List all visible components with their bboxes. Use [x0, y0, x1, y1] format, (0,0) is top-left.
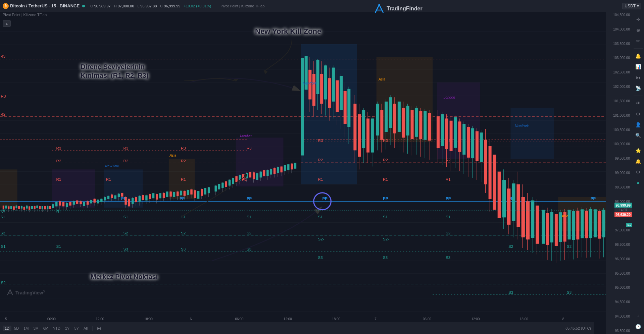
svg-rect-376 — [498, 172, 501, 218]
live-dot — [82, 5, 85, 7]
xaxis-label-1800-1: 18:00 — [144, 317, 153, 321]
pair-logo: ₿ Bitcoin / TetherUS · 15 · BINANCE — [3, 3, 85, 9]
gear-btn[interactable]: ⚙ — [634, 167, 643, 177]
xaxis-label-1800-2: 18:00 — [332, 317, 340, 321]
xaxis-label-5: 5 — [5, 317, 7, 321]
xaxis-label-1200-1: 12:00 — [96, 317, 104, 321]
annotation-resistance: Direnç Seviyelerinin Kırılması (R1, R2, … — [81, 62, 148, 80]
svg-rect-178 — [107, 196, 109, 199]
svg-rect-140 — [44, 206, 46, 209]
svg-rect-170 — [93, 199, 95, 203]
svg-rect-396 — [546, 213, 549, 245]
draw-btn[interactable]: ✏ — [634, 36, 643, 46]
chart-canvas[interactable]: PP PP PP PP PP PP PP PP R1 R1 R1 R1 R1 R… — [0, 19, 606, 316]
tf-5y[interactable]: 5Y — [72, 326, 81, 331]
svg-rect-334 — [402, 108, 405, 138]
svg-rect-222 — [184, 191, 186, 196]
tf-5d[interactable]: 5D — [12, 326, 21, 331]
svg-rect-408 — [572, 211, 575, 240]
user-btn[interactable]: 👤 — [634, 120, 643, 129]
svg-text:Asia: Asia — [378, 77, 385, 81]
svg-text:R3: R3 — [181, 146, 186, 150]
price-98500: 98,500.00 — [606, 186, 632, 189]
svg-text:S2-: S2- — [383, 237, 389, 241]
replay-toolbar-btn[interactable]: ⏮ — [634, 73, 643, 82]
tf-1m[interactable]: 1M — [21, 326, 31, 331]
svg-text:NewYork: NewYork — [303, 81, 317, 85]
indicator-btn[interactable]: 📊 — [634, 62, 643, 71]
tv-logo-text: TradingView3 — [15, 290, 45, 295]
svg-rect-300 — [328, 78, 331, 108]
star-btn[interactable]: ⭐ — [634, 146, 643, 155]
price-99000: 99,000.00 — [606, 171, 632, 175]
svg-rect-352 — [445, 118, 448, 149]
tf-6m[interactable]: 6M — [41, 326, 50, 331]
svg-rect-302 — [332, 68, 335, 102]
svg-rect-244 — [225, 181, 227, 187]
svg-text:R2: R2 — [56, 159, 61, 163]
svg-rect-188 — [125, 197, 127, 205]
svg-rect-146 — [52, 204, 54, 208]
tf-3m[interactable]: 3M — [31, 326, 40, 331]
svg-text:S3: S3 — [567, 290, 572, 294]
open-label: O 96,989.97 — [90, 4, 111, 8]
svg-rect-180 — [111, 194, 113, 198]
svg-rect-210 — [163, 193, 165, 198]
alert-btn[interactable]: 🔔 — [634, 51, 643, 61]
svg-rect-214 — [169, 191, 171, 197]
svg-rect-236 — [208, 187, 210, 193]
eye-btn[interactable]: 👁 — [634, 99, 643, 108]
plus-btn[interactable]: + — [634, 311, 643, 321]
settings-btn[interactable]: ⚙ — [634, 109, 643, 119]
chart-area[interactable]: Pivot Point | Killzone TFlab ▲ — [0, 12, 606, 334]
svg-rect-380 — [507, 188, 510, 225]
svg-rect-382 — [512, 183, 515, 221]
svg-rect-25 — [0, 169, 17, 208]
svg-rect-158 — [73, 201, 75, 205]
svg-rect-320 — [371, 118, 374, 152]
tf-1y[interactable]: 1Y — [63, 326, 71, 331]
currency-selector[interactable]: USDT ▾ — [622, 3, 641, 9]
svg-rect-190 — [128, 199, 130, 207]
svg-rect-278 — [284, 165, 286, 171]
x-axis: 5 06:00 12:00 18:00 6 06:00 12:00 18:00 … — [0, 316, 606, 322]
xaxis-label-0600-3: 06:00 — [423, 317, 431, 321]
price-103000: 103,000.00 — [606, 56, 632, 60]
wifi-btn[interactable]: 📡 — [634, 84, 643, 93]
tf-1d[interactable]: 1D — [3, 326, 11, 331]
svg-rect-194 — [135, 197, 137, 202]
svg-rect-378 — [502, 180, 506, 217]
svg-rect-218 — [177, 191, 179, 196]
svg-rect-388 — [526, 201, 530, 239]
svg-rect-296 — [320, 74, 323, 104]
crosshair-btn[interactable]: ⊕ — [634, 25, 643, 35]
pair-title: Bitcoin / TetherUS · 15 · BINANCE — [10, 3, 80, 8]
current-price-badge: 96,999.99 — [614, 203, 632, 208]
svg-rect-318 — [366, 118, 369, 152]
tf-all[interactable]: All — [82, 326, 90, 331]
svg-rect-370 — [484, 140, 487, 184]
svg-rect-144 — [49, 206, 51, 209]
svg-rect-276 — [280, 166, 282, 172]
price-change: +10.02 (+0.01%) — [184, 4, 211, 8]
price-94000: 94,000.00 — [606, 315, 632, 318]
svg-rect-216 — [173, 192, 175, 197]
svg-rect-252 — [239, 175, 241, 180]
svg-text:S1: S1 — [247, 215, 251, 219]
cursor-btn[interactable]: ✛ — [634, 15, 643, 24]
svg-rect-310 — [347, 89, 350, 127]
svg-rect-160 — [76, 201, 78, 204]
tf-ytd[interactable]: YTD — [51, 326, 62, 331]
zoom-btn[interactable]: 🔍 — [634, 131, 643, 140]
s1-badge: S1 — [626, 223, 632, 227]
price-96500: 96,500.00 — [606, 243, 632, 246]
svg-rect-348 — [437, 116, 440, 148]
svg-rect-234 — [204, 188, 206, 194]
btc-icon: ₿ — [3, 3, 9, 9]
clock-btn[interactable]: 🕐 — [634, 322, 643, 331]
replay-btn[interactable]: ⏮ — [95, 324, 103, 332]
status-btn[interactable]: ● — [634, 178, 643, 187]
notification-btn[interactable]: 🔔 — [634, 157, 643, 166]
open-val: 96,989.97 — [93, 4, 111, 8]
svg-rect-336 — [406, 106, 409, 135]
